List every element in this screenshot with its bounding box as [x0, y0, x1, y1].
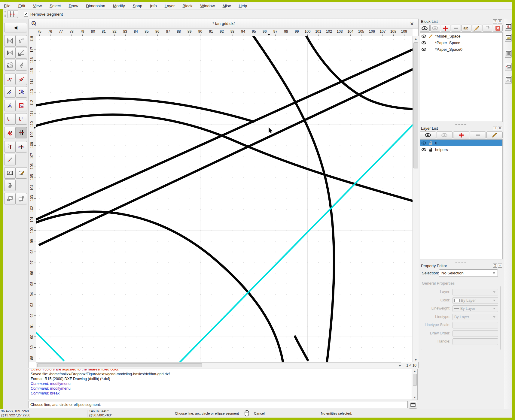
- cut-tool-button[interactable]: [4, 127, 16, 138]
- rotate-tool-button[interactable]: [16, 35, 27, 47]
- edit-text-tool-button[interactable]: A: [4, 167, 16, 179]
- lock-gray-icon[interactable]: [428, 141, 433, 146]
- panel-float-icon[interactable]: ❐: [493, 19, 497, 23]
- block-item[interactable]: *Model_Space: [420, 33, 502, 39]
- property-input[interactable]: [453, 322, 498, 328]
- panel-close-icon[interactable]: ✕: [498, 19, 502, 23]
- panel-splitter[interactable]: [455, 123, 467, 125]
- eye-icon[interactable]: [421, 141, 426, 146]
- panel-close-icon[interactable]: ✕: [498, 264, 502, 268]
- property-combo[interactable]: By Layer: [453, 314, 498, 320]
- command-line-toggle-button[interactable]: [409, 401, 417, 409]
- menu-edit[interactable]: Edit: [18, 4, 25, 8]
- property-input[interactable]: [453, 330, 498, 337]
- eye-icon[interactable]: [421, 47, 426, 52]
- command-history-scrollbar[interactable]: ▲ ▼: [412, 369, 418, 400]
- layer-list-add-button[interactable]: [453, 131, 469, 138]
- vertical-scrollbar-thumb[interactable]: [413, 42, 418, 168]
- history-scroll-up-icon[interactable]: ▲: [412, 369, 417, 373]
- menu-info[interactable]: Info: [150, 4, 157, 8]
- toolbar-grip[interactable]: [4, 11, 6, 17]
- property-combo-swatch[interactable]: By Layer: [453, 297, 498, 304]
- remove-segment-checkbox[interactable]: ✓: [24, 12, 28, 17]
- layer-item[interactable]: helpers: [420, 146, 502, 153]
- menu-file[interactable]: File: [4, 4, 11, 8]
- break-tool-button[interactable]: [7, 10, 18, 18]
- lock-icon[interactable]: [428, 147, 433, 152]
- block-list-eye-button[interactable]: [420, 25, 430, 32]
- layer-list-edit-button[interactable]: [486, 131, 503, 138]
- horizontal-scrollbar-thumb[interactable]: [37, 363, 202, 367]
- edit-hatch-tool-button[interactable]: [16, 167, 27, 179]
- divide-tool-button[interactable]: [4, 141, 16, 153]
- scale-tool-button[interactable]: [16, 47, 27, 59]
- lengthen-tool-button[interactable]: [4, 154, 16, 165]
- menu-view[interactable]: View: [33, 4, 42, 8]
- menu-snap[interactable]: Snap: [133, 4, 142, 8]
- command-input[interactable]: [101, 401, 407, 408]
- eye-icon[interactable]: [421, 40, 426, 45]
- trim-tool-button[interactable]: [4, 74, 16, 85]
- panel-float-icon[interactable]: ❐: [493, 126, 497, 130]
- mirror-horizontal-tool-button[interactable]: [4, 47, 16, 59]
- layer-item[interactable]: 0: [420, 140, 502, 146]
- menu-misc[interactable]: Misc: [223, 4, 231, 8]
- mirror-tool-button[interactable]: [4, 35, 16, 47]
- panel-close-icon[interactable]: ✕: [498, 126, 502, 130]
- menu-select[interactable]: Select: [50, 4, 61, 8]
- menu-window[interactable]: Window: [200, 4, 215, 8]
- stretch-tool-button[interactable]: xx: [16, 141, 27, 153]
- block-list-rename-button[interactable]: a|b: [462, 25, 471, 32]
- explode-tool-button[interactable]: [4, 180, 16, 191]
- block-list-insert-button[interactable]: [483, 25, 492, 32]
- break-remove-segment-tool-button[interactable]: [16, 127, 27, 138]
- horizontal-scrollbar[interactable]: ▶: [36, 362, 403, 368]
- block-item[interactable]: *Paper_Space: [420, 39, 502, 46]
- menu-dimension[interactable]: Dimension: [86, 4, 105, 8]
- menu-help[interactable]: Help: [239, 4, 247, 8]
- menu-layer[interactable]: Layer: [165, 4, 175, 8]
- block-item[interactable]: *Paper_Space0: [420, 46, 502, 53]
- layer-list-eye-button[interactable]: [420, 131, 436, 138]
- drawing-window-titlebar[interactable]: * fan-grid.dxf ✕: [29, 19, 418, 29]
- scroll-up-icon[interactable]: ▲: [413, 36, 419, 41]
- library-browser-toggle-button[interactable]: [505, 50, 512, 58]
- history-scroll-down-icon[interactable]: ▼: [412, 395, 417, 400]
- layer-list-eye-off-button[interactable]: [437, 131, 453, 138]
- panel-float-icon[interactable]: ❐: [493, 264, 497, 268]
- menu-draw[interactable]: Draw: [69, 4, 78, 8]
- trim-both-tool-button[interactable]: [16, 86, 27, 98]
- bevel-tool-button[interactable]: [4, 113, 16, 125]
- eye-icon[interactable]: [421, 34, 426, 39]
- eye-icon[interactable]: [421, 147, 426, 152]
- block-list-toggle-button[interactable]: [505, 23, 512, 31]
- scroll-down-icon[interactable]: ▼: [413, 358, 419, 362]
- block-list-delete-button[interactable]: [493, 25, 503, 32]
- selection-combo[interactable]: No Selection: [439, 269, 498, 277]
- vertical-scrollbar[interactable]: ▲ ▼: [413, 36, 419, 362]
- property-combo[interactable]: [453, 289, 498, 295]
- layer-list-remove-button[interactable]: [470, 131, 486, 138]
- move-rotate-tool-button[interactable]: [4, 59, 16, 71]
- back-button[interactable]: ◀: [4, 23, 27, 32]
- close-icon[interactable]: ✕: [409, 20, 415, 27]
- block-list-edit-button[interactable]: [472, 25, 482, 32]
- command-history[interactable]: Custom colors are adjusted to the neares…: [29, 369, 412, 400]
- order-front-tool-button[interactable]: [4, 193, 16, 204]
- layer-list-toggle-button[interactable]: [505, 34, 512, 42]
- property-combo-line[interactable]: By Layer: [453, 305, 498, 312]
- pencil-icon[interactable]: [428, 34, 433, 39]
- property-editor-toggle-button[interactable]: [505, 76, 512, 84]
- offset-tool-button[interactable]: [16, 100, 27, 111]
- menu-modify[interactable]: Modify: [113, 4, 125, 8]
- menu-block[interactable]: Block: [183, 4, 193, 8]
- block-list-remove-button[interactable]: [451, 25, 461, 32]
- property-input[interactable]: [453, 338, 498, 345]
- delete-segment-tool-button[interactable]: x: [4, 100, 16, 111]
- trim-point-tool-button[interactable]: [16, 74, 27, 85]
- history-scrollbar-thumb[interactable]: [413, 374, 417, 386]
- block-list-add-button[interactable]: [441, 25, 451, 32]
- fillet-tool-button[interactable]: [16, 113, 27, 125]
- rotate-two-tool-button[interactable]: [16, 59, 27, 71]
- block-list-eye-off-button[interactable]: [430, 25, 440, 32]
